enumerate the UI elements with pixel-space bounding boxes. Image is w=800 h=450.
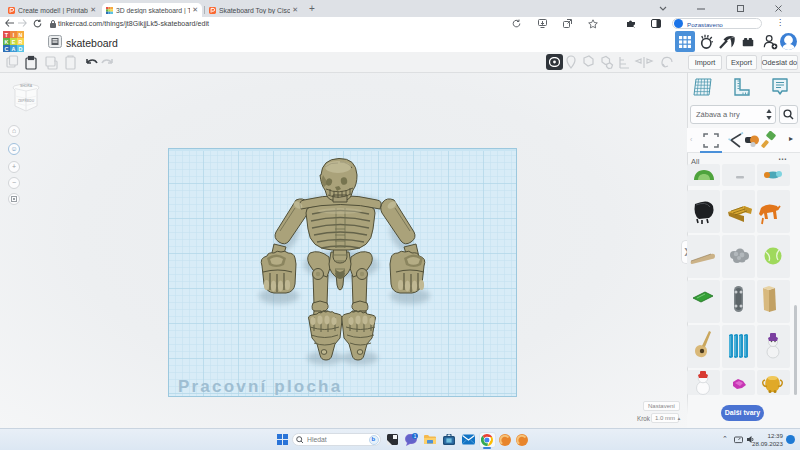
svg-text:D: D [19,46,23,52]
svg-text:ZEPŘEDU: ZEPŘEDU [18,98,35,103]
svg-text:SHORA: SHORA [20,84,33,88]
svg-text:K: K [5,39,9,45]
svg-text:C: C [5,46,9,52]
svg-text:R: R [19,39,23,45]
svg-text:E: E [12,39,16,45]
svg-text:N: N [19,32,23,38]
svg-text:A: A [12,46,16,52]
